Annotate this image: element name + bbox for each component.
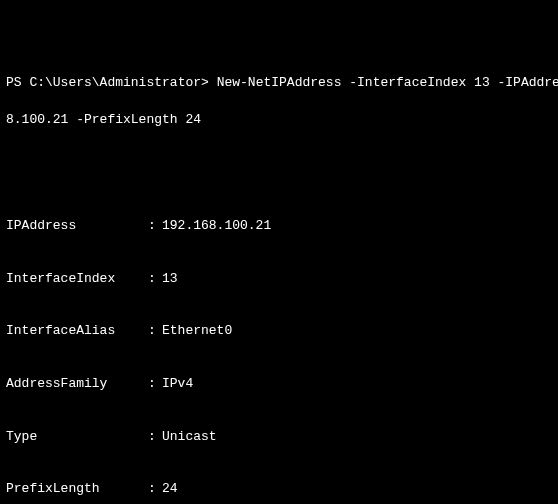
value-ipaddress: 192.168.100.21: [162, 217, 271, 235]
value-addressfamily: IPv4: [162, 375, 193, 393]
label-addressfamily: AddressFamily: [6, 375, 148, 393]
colon: :: [148, 428, 162, 446]
value-prefixlength: 24: [162, 480, 178, 498]
colon: :: [148, 270, 162, 288]
label-prefixlength: PrefixLength: [6, 480, 148, 498]
colon: :: [148, 480, 162, 498]
colon: :: [148, 217, 162, 235]
value-type: Unicast: [162, 428, 217, 446]
label-interfacealias: InterfaceAlias: [6, 322, 148, 340]
colon: :: [148, 375, 162, 393]
label-type: Type: [6, 428, 148, 446]
label-interfaceindex: InterfaceIndex: [6, 270, 148, 288]
output-block-1: IPAddress:192.168.100.21 InterfaceIndex:…: [6, 182, 552, 504]
command-line-1: PS C:\Users\Administrator> New-NetIPAddr…: [6, 74, 552, 92]
value-interfaceindex: 13: [162, 270, 178, 288]
label-ipaddress: IPAddress: [6, 217, 148, 235]
value-interfacealias: Ethernet0: [162, 322, 232, 340]
command-line-2: 8.100.21 -PrefixLength 24: [6, 111, 552, 129]
colon: :: [148, 322, 162, 340]
